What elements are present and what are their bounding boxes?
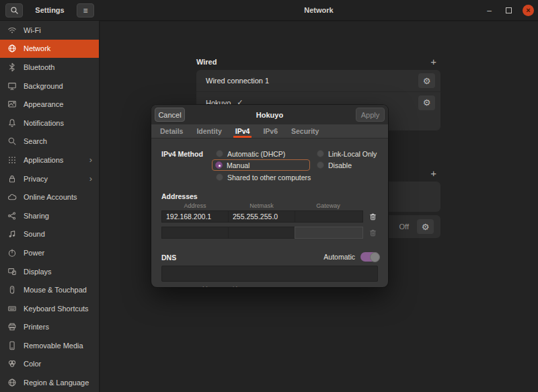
sidebar-item-color[interactable]: Color — [0, 355, 99, 374]
gateway-input-row2[interactable] — [295, 227, 363, 239]
sidebar-item-label: Sharing — [24, 212, 49, 220]
color-icon — [7, 359, 17, 369]
sidebar-item-label: Power — [24, 249, 44, 257]
tab-security[interactable]: Security — [284, 124, 325, 138]
trash-icon — [369, 212, 377, 221]
sidebar-item-applications[interactable]: Applications› — [0, 151, 99, 169]
minimize-button[interactable]: – — [484, 5, 495, 16]
sidebar-item-appearance[interactable]: Appearance — [0, 95, 99, 114]
menu-button[interactable]: ≡ — [77, 3, 94, 17]
sidebar-item-displays[interactable]: Displays — [0, 262, 99, 281]
connection-row-wired-1[interactable]: Wired connection 1 ⚙ — [196, 70, 440, 91]
sidebar-item-search[interactable]: Search — [0, 132, 99, 151]
close-button[interactable]: × — [523, 5, 534, 16]
sidebar-item-label: Mouse & Touchpad — [24, 286, 87, 294]
sidebar-item-label: Background — [24, 82, 63, 90]
dns-title: DNS — [161, 253, 176, 262]
sidebar-item-label: Bluetooth — [24, 63, 54, 71]
sidebar-item-sharing[interactable]: Sharing — [0, 206, 99, 225]
apply-button[interactable]: Apply — [356, 108, 385, 122]
connection-settings-button[interactable]: ⚙ — [418, 73, 435, 88]
delete-address-row2-button[interactable] — [365, 227, 380, 239]
appearance-icon — [7, 100, 17, 110]
ipv4-page: IPv4 Method Automatic (DHCP) Link-Local … — [151, 139, 388, 287]
sidebar-item-label: Printers — [24, 323, 49, 331]
sidebar-item-label: Color — [24, 360, 41, 368]
sidebar-item-label: Sound — [24, 230, 45, 238]
radio-automatic-dhcp[interactable]: Automatic (DHCP) — [216, 149, 285, 158]
settings-window: Settings ≡ Network – × Wi-FiNetworkBluet… — [0, 0, 538, 392]
radio-manual[interactable]: Manual — [215, 161, 249, 169]
netmask-input-row1[interactable] — [228, 210, 295, 223]
sidebar-item-label: Region & Language — [24, 379, 89, 387]
search-icon — [7, 136, 17, 147]
sharing-icon — [7, 210, 17, 221]
window-controls: – × — [484, 0, 534, 21]
chevron-right-icon: › — [89, 173, 92, 184]
online-accounts-icon — [7, 192, 17, 202]
sidebar-item-label: Removable Media — [24, 342, 83, 350]
proxy-settings-button[interactable]: ⚙ — [417, 219, 434, 234]
ipv4-method-label: IPv4 Method — [161, 150, 203, 158]
sidebar-item-bluetooth[interactable]: Bluetooth — [0, 58, 99, 77]
address-input-row1[interactable] — [161, 210, 229, 223]
dns-hint: Separate IP addresses with commas — [161, 285, 266, 287]
tab-ipv4[interactable]: IPv4 — [229, 124, 257, 138]
dns-input[interactable] — [161, 266, 378, 282]
add-vpn-button[interactable]: + — [426, 167, 440, 180]
sidebar-item-label: Notifications — [24, 119, 64, 127]
background-icon — [7, 81, 17, 91]
sidebar-item-notifications[interactable]: Notifications — [0, 114, 99, 132]
sidebar-item-removable-media[interactable]: Removable Media — [0, 336, 99, 355]
maximize-button[interactable] — [503, 5, 514, 16]
printers-icon — [7, 322, 17, 332]
sidebar-item-region-language[interactable]: Region & Language — [0, 373, 99, 392]
connection-settings-button[interactable]: ⚙ — [418, 95, 435, 110]
removable-media-icon — [7, 340, 17, 350]
radio-shared[interactable]: Shared to other computers — [216, 173, 311, 182]
tab-identity[interactable]: Identity — [190, 124, 228, 138]
radio-link-local-only[interactable]: Link-Local Only — [317, 149, 377, 158]
sidebar-item-mouse-touchpad[interactable]: Mouse & Touchpad — [0, 280, 99, 299]
manual-focus-ring: Manual — [212, 159, 310, 171]
radio-icon — [216, 150, 223, 157]
sidebar-item-printers[interactable]: Printers — [0, 318, 99, 337]
notifications-icon — [7, 118, 17, 128]
wifi-icon — [7, 25, 17, 35]
radio-disable[interactable]: Disable — [317, 161, 352, 169]
sidebar-item-background[interactable]: Background — [0, 77, 99, 95]
delete-address-row1-button[interactable] — [365, 210, 380, 223]
add-wired-connection-button[interactable]: + — [426, 55, 440, 68]
bluetooth-icon — [7, 62, 17, 72]
sidebar-item-sound[interactable]: Sound — [0, 225, 99, 244]
sidebar-item-label: Displays — [24, 268, 52, 276]
trash-icon — [369, 229, 377, 237]
search-button[interactable] — [5, 3, 23, 17]
sidebar-item-keyboard-shortcuts[interactable]: Keyboard Shortcuts — [0, 299, 99, 318]
mouse-icon — [7, 285, 17, 295]
sidebar: Wi-FiNetworkBluetoothBackgroundAppearanc… — [0, 21, 100, 392]
radio-icon — [215, 161, 223, 169]
cancel-button[interactable]: Cancel — [155, 108, 185, 122]
tab-ipv6[interactable]: IPv6 — [256, 124, 284, 138]
close-icon: × — [526, 7, 530, 14]
connection-editor-dialog: Cancel Hokuyo Apply Details Identity IPv… — [151, 105, 388, 287]
sidebar-item-label: Search — [24, 137, 47, 145]
tab-details[interactable]: Details — [153, 124, 190, 138]
keyboard-icon — [7, 303, 17, 313]
radio-icon — [317, 161, 324, 169]
region-icon — [7, 378, 17, 388]
privacy-icon — [7, 173, 17, 184]
network-icon — [7, 44, 17, 54]
netmask-input-row2[interactable] — [228, 227, 295, 239]
sidebar-item-power[interactable]: Power — [0, 243, 99, 262]
dns-automatic-label: Automatic — [323, 253, 355, 261]
dns-automatic-toggle[interactable] — [360, 252, 379, 262]
address-input-row2[interactable] — [161, 227, 229, 239]
sidebar-item-privacy[interactable]: Privacy› — [0, 169, 99, 188]
sidebar-item-online-accounts[interactable]: Online Accounts — [0, 188, 99, 206]
radio-icon — [317, 150, 324, 157]
gateway-input-row1[interactable] — [295, 210, 363, 223]
sidebar-item-wi-fi[interactable]: Wi-Fi — [0, 21, 99, 40]
sidebar-item-network[interactable]: Network — [0, 40, 99, 58]
